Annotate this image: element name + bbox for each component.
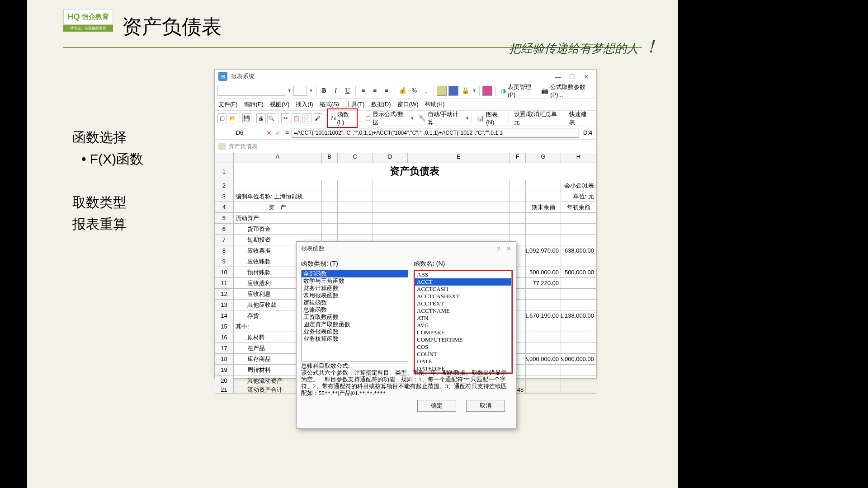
list-item[interactable]: ACCTNAME (415, 307, 511, 314)
menu-edit[interactable]: 编辑(E) (244, 100, 264, 108)
minimize-button[interactable]: — (555, 73, 561, 80)
list-item[interactable]: COMPARE (415, 329, 511, 336)
cell[interactable] (373, 180, 408, 191)
row-header[interactable]: 15 (215, 321, 234, 332)
row-header[interactable]: 12 (215, 289, 234, 299)
document-tab[interactable]: 资产负债表 (215, 140, 596, 153)
currency-button[interactable]: 💰 (397, 86, 407, 96)
cell[interactable] (338, 191, 373, 202)
close-button[interactable]: ✕ (584, 73, 590, 80)
cell[interactable] (322, 180, 338, 191)
col-header[interactable]: G (526, 153, 561, 163)
row-header[interactable]: 21 (215, 386, 234, 393)
menu-data[interactable]: 数据(D) (371, 100, 391, 108)
cell[interactable]: 单位: 元 (561, 191, 596, 202)
font-family-combo[interactable] (217, 86, 285, 96)
menu-help[interactable]: 帮助(H) (425, 100, 445, 108)
cell[interactable] (561, 386, 596, 393)
list-item[interactable]: COS (415, 343, 511, 351)
cell[interactable] (526, 256, 561, 267)
row-header[interactable]: 16 (215, 332, 234, 343)
list-item[interactable]: 固定资产取数函数 (302, 321, 408, 328)
list-item[interactable]: 业务核算函数 (302, 335, 408, 343)
cell[interactable] (561, 321, 596, 332)
cell[interactable]: 编制单位名称: 上海恒能机 (234, 191, 322, 202)
cell[interactable] (526, 213, 561, 223)
cell[interactable] (561, 224, 596, 234)
cell[interactable] (338, 180, 373, 191)
ok-button[interactable]: 确定 (417, 400, 456, 412)
list-item[interactable]: COMPUTERTIME (415, 336, 511, 343)
row-header[interactable]: 8 (215, 245, 234, 256)
auto-calc-button[interactable]: 🔧 自动/手动计算 (416, 109, 464, 127)
col-header[interactable]: D (373, 153, 408, 163)
cell[interactable] (526, 191, 561, 202)
row-header[interactable]: 6 (215, 224, 234, 234)
list-item[interactable]: 工资取数函数 (302, 314, 408, 321)
save-icon[interactable]: 💾 (242, 113, 251, 123)
cell[interactable] (408, 213, 510, 223)
list-item[interactable]: 财务计算函数 (302, 285, 408, 292)
bold-button[interactable]: B (319, 86, 329, 96)
preview-icon[interactable]: 🔍 (267, 113, 276, 123)
list-item[interactable]: ACCTCASH (415, 286, 511, 293)
row-header[interactable]: 3 (215, 191, 234, 202)
cell[interactable]: 货币资金 (234, 224, 322, 234)
chart-button[interactable]: 📊 图表(N) (474, 110, 506, 127)
cell[interactable]: 500,000.00 (561, 267, 596, 277)
lock-button[interactable]: 🔒 (460, 86, 470, 96)
format-painter-icon[interactable]: 🖌 (313, 113, 322, 123)
row-header[interactable]: 2 (215, 180, 234, 191)
row-header[interactable]: 19 (215, 365, 234, 375)
row-header[interactable]: 4 (215, 202, 234, 212)
cell[interactable] (526, 332, 561, 343)
cell[interactable] (526, 365, 561, 375)
cell[interactable]: 5,000,000.00 (561, 354, 596, 364)
cell[interactable] (526, 180, 561, 191)
tool-icon-1[interactable] (437, 86, 447, 96)
maximize-button[interactable]: ☐ (569, 73, 576, 80)
cell[interactable]: 1,138,000.00 (561, 310, 596, 321)
list-item[interactable]: DATE (415, 358, 511, 365)
formula-params-link[interactable]: 📷公式取数参数(P)... (538, 82, 594, 99)
cell[interactable] (509, 224, 526, 234)
cell[interactable] (322, 191, 338, 202)
cell[interactable]: 会小企01表 (561, 180, 596, 191)
cell[interactable] (408, 202, 510, 212)
list-item[interactable]: ACCT (415, 278, 511, 286)
cell[interactable] (322, 213, 338, 223)
row-header[interactable]: 10 (215, 267, 234, 277)
cell[interactable] (338, 202, 373, 212)
italic-button[interactable]: I (331, 86, 341, 96)
row-header[interactable]: 17 (215, 343, 234, 353)
cell[interactable] (408, 224, 510, 234)
cell[interactable] (509, 213, 526, 223)
cell[interactable] (408, 180, 510, 191)
cell[interactable] (509, 202, 526, 212)
row-header[interactable]: 20 (215, 375, 234, 386)
list-item[interactable]: ABS (415, 271, 511, 278)
row-header[interactable]: 18 (215, 354, 234, 364)
list-item[interactable]: ACCTEXT (415, 300, 511, 307)
cut-icon[interactable]: ✂ (281, 113, 290, 123)
row-header[interactable]: 5 (215, 213, 234, 223)
copy-icon[interactable]: 📋 (292, 113, 301, 123)
comma-button[interactable]: , (421, 86, 431, 96)
menu-window[interactable]: 窗口(W) (397, 100, 419, 108)
list-item[interactable]: 逻辑函数 (302, 299, 408, 306)
show-formula-button[interactable]: ▢ 显示公式/数据 (363, 109, 409, 127)
cell[interactable]: 年初余额 (561, 202, 596, 212)
cell[interactable] (338, 213, 373, 223)
formula-accept-icon[interactable]: ✓ (274, 129, 283, 136)
cell[interactable] (408, 191, 510, 202)
formula-cancel-icon[interactable]: ✕ (264, 129, 274, 136)
formula-input[interactable] (292, 128, 579, 138)
row-header[interactable]: 13 (215, 300, 234, 310)
menu-format[interactable]: 格式(S) (320, 100, 339, 108)
formula-eq-icon[interactable]: = (283, 129, 292, 136)
menu-view[interactable]: 视图(V) (270, 100, 289, 108)
menu-insert[interactable]: 插入(I) (296, 100, 313, 108)
list-item[interactable]: 常用报表函数 (302, 292, 408, 299)
font-size-combo[interactable] (293, 86, 307, 96)
list-item[interactable]: AVG (415, 322, 511, 329)
